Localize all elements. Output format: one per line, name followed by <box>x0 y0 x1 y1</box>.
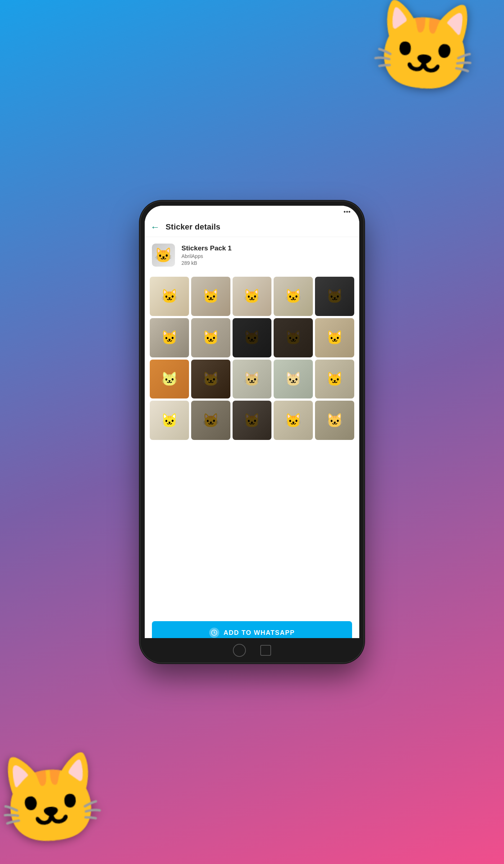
status-bar: ●●● <box>145 206 359 217</box>
pack-author: AbrilApps <box>181 253 231 259</box>
recent-apps-button[interactable] <box>260 645 271 656</box>
sticker-item[interactable]: 🐱 <box>150 401 189 440</box>
sticker-grid-container[interactable]: 🐱 🐱 🐱 🐱 🐱 🐱 🐱 🐱 🐱 🐱 🐱 🐱 🐱 🐱 🐱 🐱 🐱 🐱 🐱 <box>145 273 359 615</box>
sticker-item[interactable]: 🐱 <box>233 401 272 440</box>
phone-shell: ●●● ← Sticker details Stickers Pack 1 Ab… <box>140 201 364 663</box>
sticker-item[interactable]: 🐱 <box>274 318 313 357</box>
pack-size: 289 kB <box>181 260 231 266</box>
sticker-item[interactable]: 🐱 <box>191 401 230 440</box>
add-button-label: ADD TO WHATSAPP <box>224 629 295 637</box>
whatsapp-icon <box>209 628 219 638</box>
sticker-item[interactable]: 🐱 <box>315 360 354 399</box>
sticker-item[interactable]: 🐱 <box>150 277 189 316</box>
sticker-item[interactable]: 🐱 <box>191 277 230 316</box>
phone-bottom-bar <box>140 638 364 663</box>
sticker-item[interactable]: 🐱 <box>233 277 272 316</box>
home-button-circle[interactable] <box>233 644 246 657</box>
sticker-item[interactable]: 🐱 <box>150 360 189 399</box>
pack-name: Stickers Pack 1 <box>181 244 231 252</box>
sticker-item[interactable]: 🐱 <box>274 277 313 316</box>
sticker-item[interactable]: 🐱 <box>274 401 313 440</box>
sticker-item[interactable]: 🐱 <box>315 401 354 440</box>
sticker-item[interactable]: 🐱 <box>233 318 272 357</box>
sticker-item[interactable]: 🐱 <box>191 360 230 399</box>
decorative-cat-top: 🐱 <box>368 0 482 95</box>
sticker-item[interactable]: 🐱 <box>150 318 189 357</box>
pack-thumbnail-image <box>152 244 175 267</box>
sticker-item[interactable]: 🐱 <box>315 277 354 316</box>
page-title: Sticker details <box>166 222 220 232</box>
pack-info-section: Stickers Pack 1 AbrilApps 289 kB <box>145 237 359 273</box>
sticker-item[interactable]: 🐱 <box>274 360 313 399</box>
sticker-item[interactable]: 🐱 <box>191 318 230 357</box>
decorative-cat-bottom: 🐱 <box>0 751 108 847</box>
pack-metadata: Stickers Pack 1 AbrilApps 289 kB <box>181 244 231 266</box>
sticker-item[interactable]: 🐱 <box>315 318 354 357</box>
sticker-item[interactable]: 🐱 <box>233 360 272 399</box>
sticker-grid: 🐱 🐱 🐱 🐱 🐱 🐱 🐱 🐱 🐱 🐱 🐱 🐱 🐱 🐱 🐱 🐱 🐱 🐱 🐱 <box>150 277 354 440</box>
app-header: ← Sticker details <box>145 217 359 237</box>
phone-screen: ●●● ← Sticker details Stickers Pack 1 Ab… <box>145 206 359 658</box>
back-button[interactable]: ← <box>150 222 160 232</box>
